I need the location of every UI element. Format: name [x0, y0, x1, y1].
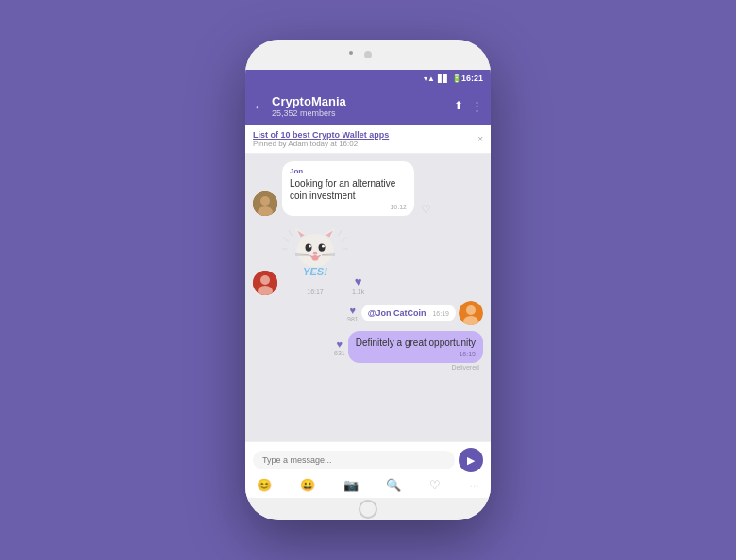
- wifi-icon: ▾▲: [424, 74, 435, 83]
- send-icon: ▶: [467, 454, 475, 467]
- sticker-box: YES! 16:17: [282, 222, 348, 295]
- members-count: 25,352 members: [272, 108, 448, 118]
- sender-name: Jon: [290, 167, 407, 175]
- message-input[interactable]: [253, 451, 455, 469]
- sent-message-text: Definitely a great opportunity: [356, 337, 476, 349]
- svg-point-20: [322, 245, 325, 248]
- message-time: 16:12: [290, 204, 407, 210]
- svg-point-21: [313, 252, 317, 255]
- more-options-icon[interactable]: ⋮: [471, 99, 483, 113]
- heart-reaction-sent: ♥ 631: [334, 338, 345, 356]
- phone-speaker: [349, 51, 353, 55]
- pinned-by: Pinned by Adam today at 16:02: [253, 140, 389, 148]
- camera-icon[interactable]: 📷: [343, 478, 359, 492]
- bubble-text: Looking for an alternative coin investme…: [290, 177, 407, 202]
- bubble-inner: Jon Looking for an alternative coin inve…: [282, 161, 414, 216]
- status-icons: ▾▲ ▋▋ 🔋: [424, 74, 461, 83]
- message-row: Jon Looking for an alternative coin inve…: [253, 161, 483, 216]
- sticker-reaction: ♥ 1.1k: [352, 274, 364, 295]
- svg-point-18: [319, 243, 326, 251]
- sent-message-container: ♥ 631 Definitely a great opportunity 16:…: [334, 331, 483, 371]
- heart-icon: ♥: [350, 305, 357, 316]
- svg-point-22: [312, 255, 319, 261]
- svg-line-10: [289, 230, 293, 236]
- header-actions: ⬆ ⋮: [454, 99, 483, 113]
- phone-top-bar: [245, 40, 491, 70]
- sent-bubble: Definitely a great opportunity 16:19: [348, 331, 483, 363]
- pinned-message-bar: List of 10 best Crypto Wallet apps Pinne…: [245, 125, 491, 154]
- svg-text:YES!: YES!: [303, 266, 327, 277]
- input-area: ▶ 😊 😀 📷 🔍 ♡ ···: [245, 441, 491, 498]
- message-bubble: Jon Looking for an alternative coin inve…: [282, 161, 414, 216]
- sticker-icon[interactable]: 😀: [300, 478, 315, 492]
- messages-area: Jon Looking for an alternative coin inve…: [245, 154, 491, 441]
- status-bar: ▾▲ ▋▋ 🔋 16:21: [245, 70, 491, 87]
- svg-line-11: [339, 230, 343, 236]
- phone-camera: [364, 51, 372, 58]
- cat-sticker: YES!: [282, 222, 348, 283]
- heart-icon: ♥: [337, 338, 343, 350]
- svg-line-8: [342, 237, 347, 242]
- header-info: CryptoMania 25,352 members: [272, 94, 448, 118]
- search-icon[interactable]: 🔍: [386, 478, 401, 492]
- svg-point-12: [296, 234, 333, 267]
- share-icon[interactable]: ⬆: [454, 99, 463, 113]
- sent-message-with-heart: ♥ 631 Definitely a great opportunity 16:…: [334, 331, 483, 363]
- battery-icon: 🔋: [452, 74, 461, 83]
- pinned-link[interactable]: List of 10 best Crypto Wallet apps: [253, 130, 389, 140]
- input-row: ▶: [253, 448, 483, 472]
- chat-header: ← CryptoMania 25,352 members ⬆ ⋮: [245, 87, 491, 125]
- catcoin-mention-bubble: @Jon CatCoin 16:19: [361, 305, 456, 321]
- heart-count: 981: [347, 316, 359, 322]
- avatar: [253, 271, 277, 295]
- attachment-icon[interactable]: ♡: [429, 478, 441, 492]
- pinned-content: List of 10 best Crypto Wallet apps Pinne…: [253, 130, 389, 148]
- heart-count: 1.1k: [352, 288, 364, 295]
- heart-icon: ♥: [355, 274, 362, 288]
- sticker-time: 16:17: [282, 288, 348, 295]
- svg-line-6: [283, 237, 289, 242]
- heart-count: 631: [334, 350, 345, 356]
- catcoin-avatar: [459, 301, 483, 325]
- emoji-icon[interactable]: 😊: [257, 478, 272, 492]
- more-icon[interactable]: ···: [469, 478, 479, 492]
- svg-point-29: [466, 305, 476, 315]
- mention-name: @Jon CatCoin: [368, 308, 427, 318]
- svg-point-17: [306, 243, 312, 251]
- delivered-status: Delivered: [334, 364, 483, 371]
- heart-icon: ♡: [421, 203, 431, 216]
- signal-icon: ▋▋: [438, 74, 449, 83]
- message-time: 16:19: [432, 310, 449, 317]
- toolbar-row: 😊 😀 📷 🔍 ♡ ···: [253, 478, 483, 492]
- svg-point-4: [260, 275, 270, 285]
- status-time: 16:21: [461, 74, 483, 83]
- send-button[interactable]: ▶: [459, 448, 483, 472]
- sticker-row: YES! 16:17 ♥ 1.1k: [253, 222, 483, 295]
- phone-bottom-bar: [245, 498, 491, 520]
- avatar: [253, 191, 277, 216]
- phone-screen: ▾▲ ▋▋ 🔋 16:21 ← CryptoMania 25,352 membe…: [245, 70, 491, 498]
- sent-message-row: ♥ 631 Definitely a great opportunity 16:…: [253, 331, 483, 371]
- phone-device: ▾▲ ▋▋ 🔋 16:21 ← CryptoMania 25,352 membe…: [245, 40, 491, 520]
- heart-reaction: ♡: [421, 203, 431, 216]
- chat-title: CryptoMania: [272, 94, 448, 108]
- sticker-container: YES! 16:17 ♥ 1.1k: [282, 222, 364, 295]
- svg-point-19: [309, 245, 311, 248]
- catcoin-message: ♥ 981 @Jon CatCoin 16:19: [347, 301, 483, 325]
- sent-message-time: 16:19: [356, 351, 476, 357]
- pinned-close-button[interactable]: ×: [477, 134, 483, 144]
- svg-point-1: [260, 196, 270, 206]
- back-button[interactable]: ←: [253, 99, 266, 114]
- heart-reaction-left: ♥ 981: [347, 305, 359, 322]
- catcoin-message-row: ♥ 981 @Jon CatCoin 16:19: [253, 301, 483, 325]
- home-button[interactable]: [359, 500, 377, 519]
